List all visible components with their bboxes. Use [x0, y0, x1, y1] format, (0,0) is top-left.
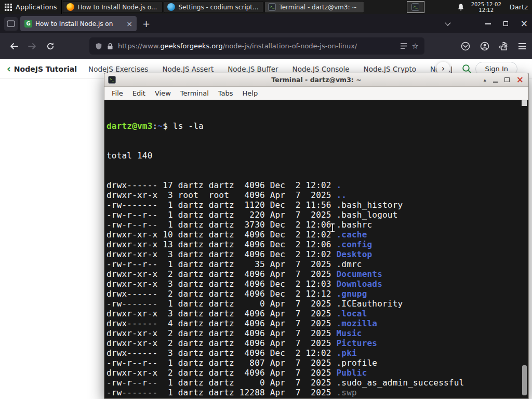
close-button[interactable]: ×: [521, 19, 528, 28]
browser-tab-active[interactable]: G How to Install Node.js on ×: [20, 16, 137, 31]
url-text: https://www.geeksforgeeks.org/node-js/in…: [118, 42, 395, 50]
site-nav-link[interactable]: Node.JS Console: [292, 65, 350, 73]
menu-view[interactable]: View: [150, 89, 176, 97]
back-button[interactable]: [6, 38, 22, 55]
terminal-scrollbar-thumb[interactable]: [522, 365, 527, 395]
directory-name: ..: [336, 190, 347, 200]
taskbar-window-label: How to Install Node.js o...: [77, 4, 157, 11]
site-nav-link[interactable]: Node.JS Crypto: [364, 65, 416, 73]
directory-name: .pki: [336, 348, 356, 358]
nav-back-chevron-icon[interactable]: ‹: [0, 63, 14, 75]
menu-file[interactable]: File: [107, 89, 128, 97]
file-name: .profile: [336, 358, 377, 368]
tray-icon-button[interactable]: >_: [407, 1, 424, 13]
terminal-listing-line: drwxr-xr-x 2 dartz dartz 4096 Apr 7 2025…: [107, 338, 528, 348]
minimize-button[interactable]: [493, 82, 498, 83]
applications-label: Applications: [16, 3, 57, 11]
clock-date: 2025-12-02: [471, 2, 501, 7]
directory-name: Downloads: [336, 279, 382, 289]
terminal-listing-line: drwx------ 2 dartz dartz 4096 Dec 2 12:1…: [107, 289, 528, 299]
site-nav-link[interactable]: Node.JS Assert: [162, 65, 214, 73]
panel-username: Dartz: [508, 3, 528, 11]
terminal-titlebar[interactable]: >_ Terminal - dartz@vm3: ~ ▴ ×: [104, 73, 528, 87]
taskbar-window-label: Settings - codium script...: [178, 4, 258, 11]
menu-hamburger-icon[interactable]: [518, 43, 526, 49]
terminal-listing-line: drwxr-xr-x 2 dartz dartz 4096 Apr 7 2025…: [107, 328, 528, 338]
firefox-icon: [66, 3, 74, 11]
maximize-button[interactable]: [503, 21, 508, 26]
site-nav-link[interactable]: NodeJS Exercises: [88, 65, 148, 73]
shade-button[interactable]: ▴: [484, 77, 486, 83]
site-nav-title[interactable]: NodeJS Tutorial: [14, 65, 77, 73]
account-icon[interactable]: [480, 42, 489, 51]
menu-tabs[interactable]: Tabs: [214, 89, 238, 97]
lock-icon[interactable]: [107, 43, 113, 50]
url-domain: geeksforgeeks.org: [160, 42, 222, 50]
file-name: .sudo_as_admin_successful: [336, 378, 464, 388]
close-button[interactable]: ×: [516, 75, 524, 84]
clock-time: 12:12: [471, 7, 501, 13]
terminal-listing-line: -rw-r--r-- 1 dartz dartz 220 Apr 7 2025 …: [107, 210, 528, 220]
notification-bell-icon[interactable]: [457, 3, 465, 11]
new-tab-button[interactable]: +: [142, 18, 150, 29]
terminal-listing-line: -rw-r--r-- 1 dartz dartz 35 Apr 7 2025 .…: [107, 259, 528, 269]
taskbar-window-terminal[interactable]: >_ Terminal - dartz@vm3: ~: [264, 1, 364, 13]
menu-help[interactable]: Help: [238, 89, 263, 97]
applications-menu[interactable]: Applications: [0, 0, 61, 14]
menu-edit[interactable]: Edit: [128, 89, 150, 97]
terminal-file-listing: drwx------ 17 dartz dartz 4096 Dec 2 12:…: [107, 180, 528, 398]
minimize-button[interactable]: [485, 23, 491, 24]
pocket-icon[interactable]: [461, 42, 470, 51]
directory-name: .gnupg: [336, 289, 367, 299]
tracking-shield-icon[interactable]: [95, 42, 102, 50]
tab-close-icon[interactable]: ×: [126, 20, 132, 28]
taskbar-window-codium[interactable]: Settings - codium script...: [164, 1, 263, 13]
terminal-listing-line: drwxr-xr-x 3 dartz dartz 4096 Dec 2 12:0…: [107, 279, 528, 289]
codium-icon: [167, 3, 175, 11]
directory-name: .: [336, 180, 341, 190]
url-path: /node-js/installation-of-node-js-on-linu…: [223, 42, 357, 50]
bookmark-star-icon[interactable]: ☆: [412, 42, 419, 51]
tray-terminal-icon: >_: [411, 3, 419, 11]
site-nav-link[interactable]: Node.JS Buffer: [228, 65, 278, 73]
list-all-tabs-button[interactable]: [446, 21, 450, 25]
terminal-scrollbar-top[interactable]: [522, 100, 527, 106]
terminal-output: dartz@vm3:~$ ls -la total 140 drwx------…: [105, 100, 528, 398]
panel-right: 2025-12-02 12:12 Dartz: [457, 2, 532, 13]
reload-button[interactable]: [42, 38, 59, 55]
url-bar[interactable]: https://www.geeksforgeeks.org/node-js/in…: [89, 37, 424, 55]
clock[interactable]: 2025-12-02 12:12: [471, 2, 501, 13]
tab-title: How to Install Node.js on: [35, 20, 123, 28]
reader-view-icon[interactable]: [400, 43, 407, 49]
prompt-path: ~: [157, 121, 163, 131]
taskbar-window-firefox[interactable]: How to Install Node.js o...: [63, 1, 163, 13]
directory-name: Templates: [336, 397, 382, 398]
mouse-cursor-ibeam: [329, 223, 336, 233]
terminal-prompt-line: dartz@vm3:~$ ls -la: [107, 121, 528, 131]
menu-terminal[interactable]: Terminal: [176, 89, 214, 97]
terminal-listing-line: -rw-r--r-- 1 dartz dartz 0 Apr 7 2025 .s…: [107, 378, 528, 388]
directory-name: .cache: [336, 230, 367, 240]
maximize-button[interactable]: [504, 77, 510, 82]
file-name: .dmrc: [336, 259, 362, 269]
terminal-menubar: File Edit View Terminal Tabs Help: [104, 87, 528, 100]
toolbar-right-icons: [461, 38, 526, 55]
terminal-listing-line: drwxr-xr-x 3 dartz dartz 4096 Apr 7 2025…: [107, 309, 528, 318]
directory-name: .config: [336, 240, 372, 249]
terminal-listing-line: drwxr-xr-x 2 dartz dartz 4096 Apr 7 2025…: [107, 397, 528, 398]
terminal-total-line: total 140: [107, 151, 528, 161]
terminal-listing-line: -rw-r--r-- 1 dartz dartz 807 Apr 7 2025 …: [107, 358, 528, 368]
file-name: .swp: [336, 388, 356, 397]
directory-name: Public: [336, 368, 367, 378]
desktop: Applications How to Install Node.js o...…: [0, 0, 532, 399]
terminal-title: Terminal - dartz@vm3: ~: [104, 76, 528, 84]
firefox-view-icon: [7, 20, 15, 27]
terminal-listing-line: drwxr-xr-x 3 root root 4096 Apr 7 2025 .…: [107, 190, 528, 200]
terminal-icon: >_: [108, 76, 116, 84]
terminal-listing-line: drwxr-xr-x 2 dartz dartz 4096 Apr 7 2025…: [107, 269, 528, 279]
extensions-puzzle-icon[interactable]: [499, 42, 509, 51]
terminal-icon: >_: [268, 3, 276, 11]
forward-button[interactable]: [24, 38, 41, 55]
firefox-view-button[interactable]: [4, 17, 18, 31]
directory-name: Pictures: [336, 338, 377, 348]
